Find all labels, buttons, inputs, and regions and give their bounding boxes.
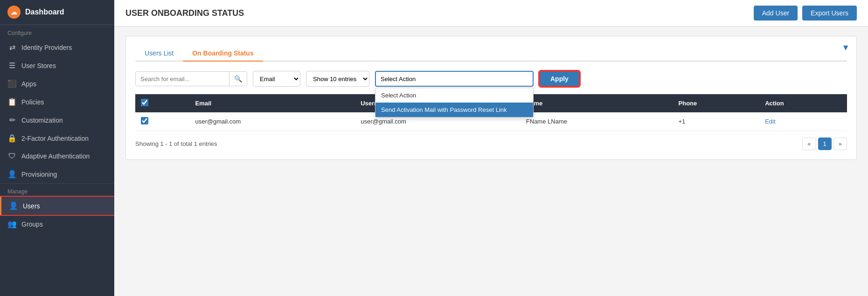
pagination-current[interactable]: 1 (818, 138, 832, 150)
action-dropdown-item-activation-mail[interactable]: Send Activation Mail with Password Reset… (375, 103, 533, 117)
sidebar-item-customization[interactable]: ✏ Customization (0, 111, 114, 129)
provisioning-icon: 👤 (7, 170, 17, 179)
sidebar-item-label: Provisioning (21, 171, 57, 178)
sidebar-item-label: 2-Factor Authentication (21, 135, 89, 142)
dashboard-icon: ☁ (7, 6, 21, 19)
identity-providers-icon: ⇄ (7, 43, 17, 52)
col-name: Name (521, 94, 673, 112)
pagination-prev[interactable]: « (802, 138, 816, 150)
sidebar-logo[interactable]: ☁ Dashboard (0, 0, 114, 25)
sidebar-item-apps[interactable]: ⬛ Apps (0, 75, 114, 93)
controls-row: 🔍 Email Username Name Show 10 entries Sh… (135, 71, 847, 87)
manage-section-label: Manage (0, 183, 114, 197)
user-stores-icon: ☰ (7, 61, 17, 70)
showing-text: Showing 1 - 1 of total 1 entries (135, 140, 217, 147)
policies-icon: 📋 (7, 97, 17, 106)
show-entries-dropdown[interactable]: Show 10 entries Show 25 entries Show 50 … (306, 71, 369, 87)
sidebar-item-label: Identity Providers (21, 44, 72, 51)
sidebar-item-provisioning[interactable]: 👤 Provisioning (0, 165, 114, 183)
sidebar-item-label: Apps (21, 80, 36, 88)
topbar: USER ONBOARDING STATUS Add User Export U… (114, 0, 868, 27)
adaptive-auth-icon: 🛡 (7, 152, 17, 160)
sidebar-item-adaptive-auth[interactable]: 🛡 Adaptive Authentication (0, 147, 114, 165)
apps-icon: ⬛ (7, 79, 17, 88)
action-select[interactable]: Select Action Send Activation Mail with … (375, 71, 534, 87)
sidebar-item-groups[interactable]: 👥 Groups (0, 215, 114, 233)
filter-dropdown[interactable]: Email Username Name (253, 71, 300, 87)
tab-on-boarding-status[interactable]: On Boarding Status (183, 46, 263, 62)
sidebar-item-identity-providers[interactable]: ⇄ Identity Providers (0, 38, 114, 56)
sidebar-item-label: User Stores (21, 62, 56, 69)
groups-icon: 👥 (7, 220, 17, 228)
apply-button[interactable]: Apply (539, 71, 580, 87)
row-checkbox[interactable] (141, 117, 148, 124)
sidebar-item-2fa[interactable]: 🔒 2-Factor Authentication (0, 129, 114, 147)
row-action: Edit (759, 112, 847, 131)
sidebar-item-label: Adaptive Authentication (21, 152, 90, 160)
search-button[interactable]: 🔍 (229, 72, 247, 86)
sidebar-item-label: Groups (21, 220, 43, 228)
main-card: ▼ Users List On Boarding Status 🔍 Email … (125, 36, 857, 160)
chevron-down-icon[interactable]: ▼ (841, 43, 850, 53)
sidebar-item-label: Users (23, 202, 40, 210)
tab-bar: Users List On Boarding Status (135, 46, 847, 62)
sidebar-item-label: Policies (21, 98, 44, 106)
select-all-checkbox[interactable] (141, 99, 148, 106)
sidebar-item-users[interactable]: 👤 Users (0, 197, 114, 215)
action-select-wrapper: Select Action Send Activation Mail with … (375, 71, 534, 87)
page-title: USER ONBOARDING STATUS (125, 8, 244, 18)
search-input[interactable] (136, 72, 229, 86)
dashboard-label: Dashboard (25, 8, 64, 16)
export-users-button[interactable]: Export Users (802, 6, 857, 21)
row-name: FName LName (521, 112, 673, 131)
sidebar-item-label: Customization (21, 117, 63, 124)
customization-icon: ✏ (7, 116, 17, 124)
col-email: Email (190, 94, 355, 112)
row-checkbox-cell (135, 112, 190, 131)
edit-link[interactable]: Edit (765, 118, 775, 125)
2fa-icon: 🔒 (7, 134, 17, 143)
topbar-actions: Add User Export Users (754, 6, 857, 21)
sidebar-item-user-stores[interactable]: ☰ User Stores (0, 56, 114, 75)
pagination-next[interactable]: » (833, 138, 847, 150)
col-phone: Phone (673, 94, 760, 112)
sidebar: ☁ Dashboard Configure ⇄ Identity Provide… (0, 0, 114, 296)
action-dropdown-item-default[interactable]: Select Action (375, 88, 533, 103)
search-wrapper: 🔍 (135, 71, 247, 86)
sidebar-item-policies[interactable]: 📋 Policies (0, 93, 114, 111)
col-checkbox (135, 94, 190, 112)
pagination: « 1 » (802, 138, 847, 150)
content-area: ▼ Users List On Boarding Status 🔍 Email … (114, 27, 868, 296)
col-action: Action (759, 94, 847, 112)
configure-section-label: Configure (0, 25, 114, 38)
users-icon: 👤 (9, 201, 18, 210)
action-dropdown: Select Action Send Activation Mail with … (375, 88, 534, 117)
main-content: USER ONBOARDING STATUS Add User Export U… (114, 0, 868, 296)
row-email: user@gmail.com (190, 112, 355, 131)
table-footer: Showing 1 - 1 of total 1 entries « 1 » (135, 138, 847, 150)
add-user-button[interactable]: Add User (754, 6, 798, 21)
row-phone: +1 (673, 112, 760, 131)
tab-users-list[interactable]: Users List (135, 46, 183, 62)
